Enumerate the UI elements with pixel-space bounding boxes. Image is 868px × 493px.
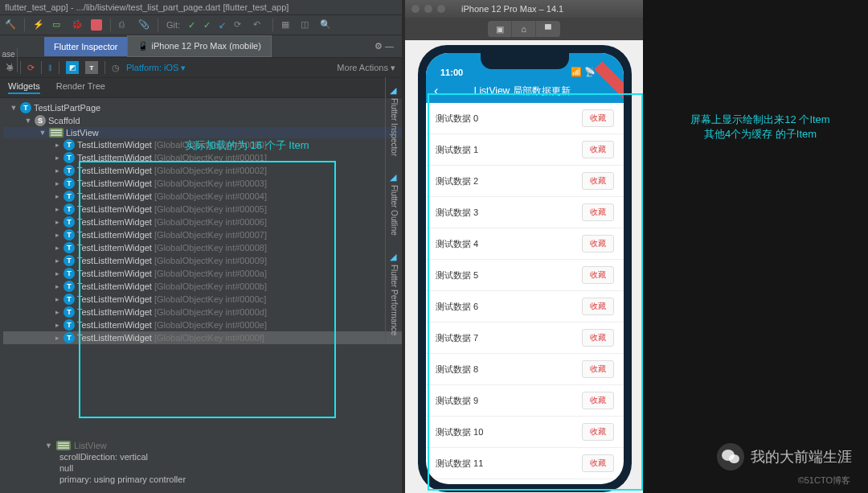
git-check-icon[interactable]: ✓	[188, 20, 195, 31]
revert-icon[interactable]: ↶	[253, 19, 264, 31]
list-item[interactable]: 测试数据 10收藏	[426, 417, 624, 448]
clock-icon[interactable]: ◷	[112, 63, 120, 73]
favorite-button[interactable]: 收藏	[582, 360, 614, 378]
caret-icon[interactable]: ▸	[53, 269, 61, 277]
build-icon[interactable]: 🔨	[5, 19, 16, 31]
caret-icon[interactable]: ▸	[53, 141, 61, 149]
caret-icon[interactable]: ▼	[24, 117, 32, 125]
tree-item[interactable]: ▸TTestListItemWidget [GlobalObjectKey in…	[3, 293, 402, 306]
caret-icon[interactable]: ▸	[53, 282, 61, 290]
tree-item[interactable]: ▸TTestListItemWidget [GlobalObjectKey in…	[3, 280, 402, 293]
caret-icon[interactable]: ▸	[53, 179, 61, 187]
refresh-icon[interactable]: ⟳	[27, 63, 35, 73]
caret-icon[interactable]: ▸	[53, 192, 61, 200]
caret-icon[interactable]: ▸	[53, 205, 61, 213]
caret-icon[interactable]: ▸	[53, 218, 61, 226]
tree-root[interactable]: ▼ T TestListPartPage	[3, 101, 402, 114]
guides-icon[interactable]: ⦀	[48, 63, 52, 73]
history-icon[interactable]: ⟳	[234, 19, 245, 31]
caret-icon[interactable]: ▼	[39, 129, 47, 137]
tree-item[interactable]: ▸TTestListItemWidget [GlobalObjectKey in…	[3, 190, 402, 203]
run-icon[interactable]: ⚡	[33, 19, 44, 31]
side-tab-ase[interactable]: ase	[0, 48, 18, 60]
tree-item[interactable]: ▸TTestListItemWidget [GlobalObjectKey in…	[3, 318, 402, 331]
list-item[interactable]: 测试数据 3收藏	[426, 197, 624, 228]
tree-listview[interactable]: ▼ ListView	[3, 127, 402, 138]
fold-icon[interactable]: ⇲	[0, 60, 18, 72]
tree-item[interactable]: ▸TTestListItemWidget [GlobalObjectKey in…	[3, 241, 402, 254]
tree-item[interactable]: ▸TTestListItemWidget [GlobalObjectKey in…	[3, 216, 402, 228]
list-item[interactable]: 测试数据 9收藏	[426, 385, 624, 417]
list-item[interactable]: 测试数据 6收藏	[426, 291, 624, 323]
favorite-button[interactable]: 收藏	[582, 172, 614, 190]
screenshot-icon[interactable]: ▣	[488, 21, 512, 37]
caret-icon[interactable]: ▸	[53, 231, 61, 239]
tab-render-tree[interactable]: Render Tree	[56, 81, 105, 94]
debug-icon[interactable]: 🐞	[72, 19, 83, 31]
caret-icon[interactable]: ▸	[53, 321, 61, 329]
vtab-outline[interactable]: ◢Flutter Outline	[385, 164, 402, 244]
list-item[interactable]: 测试数据 2收藏	[426, 166, 624, 197]
tree-item[interactable]: ▸TTestListItemWidget [GlobalObjectKey in…	[3, 254, 402, 267]
search-icon[interactable]: 🔍	[320, 19, 331, 31]
list-item[interactable]: 测试数据 4收藏	[426, 228, 624, 260]
tree-item[interactable]: ▸TTestListItemWidget [GlobalObjectKey in…	[3, 267, 402, 280]
min-dot-icon[interactable]	[424, 5, 432, 13]
vtab-performance[interactable]: ◢Flutter Performance	[385, 244, 402, 343]
widget-tree[interactable]: ▼ T TestListPartPage ▼ S Scaffold ▼ List…	[0, 98, 402, 347]
caret-icon[interactable]: ▸	[53, 295, 61, 303]
favorite-button[interactable]: 收藏	[582, 454, 614, 472]
tab-flutter-inspector[interactable]: Flutter Inspector	[44, 37, 127, 56]
favorite-button[interactable]: 收藏	[582, 235, 614, 253]
tree-scaffold[interactable]: ▼ S Scaffold	[3, 114, 402, 127]
tree-item[interactable]: ▸TTestListItemWidget [GlobalObjectKey in…	[3, 151, 402, 164]
tab-device[interactable]: 📱 iPhone 12 Pro Max (mobile)	[127, 35, 271, 57]
detail-listview[interactable]: ▼ ListView	[45, 440, 392, 451]
select-mode-icon[interactable]: ◩	[66, 61, 79, 74]
favorite-button[interactable]: 收藏	[582, 329, 614, 347]
vtab-inspector[interactable]: ◢Flutter Inspector	[385, 77, 402, 164]
window-icon[interactable]: ◫	[301, 19, 312, 31]
caret-icon[interactable]: ▸	[53, 257, 61, 265]
git-commit-icon[interactable]: ✓	[203, 20, 211, 31]
list-item[interactable]: 测试数据 0收藏	[426, 103, 624, 134]
tree-item[interactable]: ▸TTestListItemWidget [GlobalObjectKey in…	[3, 203, 402, 216]
layout-icon[interactable]: ▦	[281, 19, 293, 31]
caret-icon[interactable]: ▸	[53, 334, 61, 342]
text-mode-icon[interactable]: T	[85, 61, 98, 74]
favorite-button[interactable]: 收藏	[582, 109, 614, 127]
tree-item[interactable]: ▸TTestListItemWidget [GlobalObjectKey in…	[3, 177, 402, 190]
tree-item[interactable]: ▸TTestListItemWidget [GlobalObjectKey in…	[3, 331, 402, 344]
stop-icon[interactable]	[91, 19, 102, 31]
favorite-button[interactable]: 收藏	[582, 203, 614, 221]
caret-icon[interactable]: ▼	[10, 104, 18, 112]
favorite-button[interactable]: 收藏	[582, 266, 614, 284]
device-icon[interactable]: ▭	[52, 19, 63, 31]
list-item[interactable]: 测试数据 7收藏	[426, 323, 624, 354]
caret-icon[interactable]: ▼	[45, 442, 53, 450]
devices-icon[interactable]: ⎙	[119, 19, 130, 31]
more-actions-dropdown[interactable]: More Actions ▾	[337, 63, 395, 73]
home-icon[interactable]: ⌂	[512, 21, 536, 37]
tree-item[interactable]: ▸TTestListItemWidget [GlobalObjectKey in…	[3, 228, 402, 241]
list-item[interactable]: 测试数据 11收藏	[426, 448, 624, 479]
phone-listview[interactable]: 测试数据 0收藏测试数据 1收藏测试数据 2收藏测试数据 3收藏测试数据 4收藏…	[426, 103, 624, 484]
inspector-settings-icon[interactable]: ⚙ —	[366, 36, 402, 56]
back-icon[interactable]: ‹	[434, 84, 438, 98]
favorite-button[interactable]: 收藏	[582, 141, 614, 158]
tree-item[interactable]: ▸TTestListItemWidget [GlobalObjectKey in…	[3, 306, 402, 318]
caret-icon[interactable]: ▸	[53, 154, 61, 162]
list-item[interactable]: 测试数据 8收藏	[426, 354, 624, 385]
favorite-button[interactable]: 收藏	[582, 298, 614, 315]
favorite-button[interactable]: 收藏	[582, 423, 614, 441]
caret-icon[interactable]: ▸	[53, 308, 61, 316]
attach-icon[interactable]: 📎	[138, 19, 149, 31]
list-item[interactable]: 测试数据 5收藏	[426, 260, 624, 291]
git-pull-icon[interactable]: ↙	[219, 20, 226, 31]
caret-icon[interactable]: ▸	[53, 244, 61, 252]
caret-icon[interactable]: ▸	[53, 166, 61, 175]
max-dot-icon[interactable]	[437, 5, 445, 13]
platform-dropdown[interactable]: Platform: iOS ▾	[126, 63, 186, 73]
rotate-icon[interactable]: ▀	[536, 21, 560, 37]
list-item[interactable]: 测试数据 1收藏	[426, 134, 624, 166]
